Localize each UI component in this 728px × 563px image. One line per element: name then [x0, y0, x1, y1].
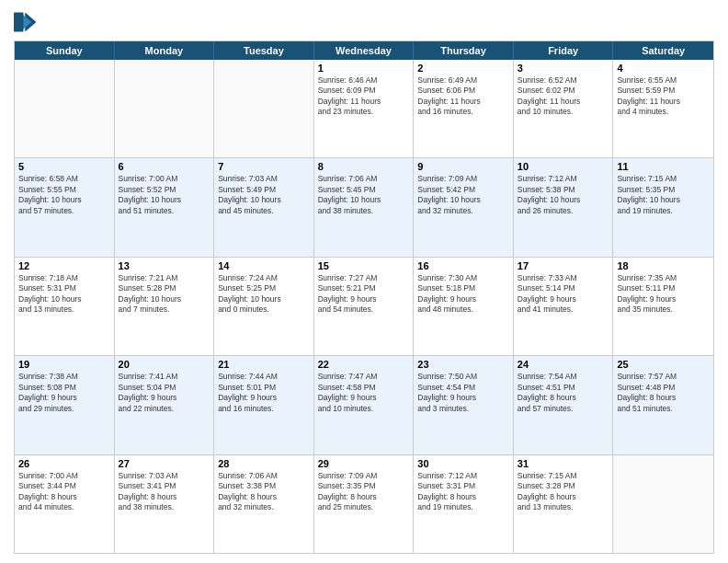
- day-header-sunday: Sunday: [15, 41, 115, 60]
- calendar-row-2: 12Sunrise: 7:18 AM Sunset: 5:31 PM Dayli…: [15, 258, 713, 356]
- day-header-tuesday: Tuesday: [214, 41, 314, 60]
- day-cell-6: 6Sunrise: 7:00 AM Sunset: 5:52 PM Daylig…: [115, 158, 215, 256]
- day-number: 21: [218, 359, 310, 370]
- page: SundayMondayTuesdayWednesdayThursdayFrid…: [0, 0, 728, 563]
- day-number: 22: [318, 359, 410, 370]
- day-cell-23: 23Sunrise: 7:50 AM Sunset: 4:54 PM Dayli…: [414, 356, 514, 454]
- day-number: 6: [119, 161, 210, 172]
- cell-info: Sunrise: 7:27 AM Sunset: 5:21 PM Dayligh…: [318, 273, 410, 316]
- calendar-header: SundayMondayTuesdayWednesdayThursdayFrid…: [15, 41, 713, 60]
- day-cell-empty-0-0: [15, 60, 115, 157]
- day-number: 9: [417, 161, 509, 172]
- cell-info: Sunrise: 7:54 AM Sunset: 4:51 PM Dayligh…: [518, 372, 609, 414]
- day-header-wednesday: Wednesday: [314, 41, 415, 60]
- day-cell-empty-0-1: [115, 60, 215, 157]
- cell-info: Sunrise: 6:49 AM Sunset: 6:06 PM Dayligh…: [417, 75, 509, 118]
- day-number: 10: [518, 161, 609, 172]
- calendar: SundayMondayTuesdayWednesdayThursdayFrid…: [14, 40, 714, 554]
- day-number: 26: [18, 458, 110, 469]
- cell-info: Sunrise: 7:15 AM Sunset: 5:35 PM Dayligh…: [617, 174, 710, 216]
- cell-info: Sunrise: 7:12 AM Sunset: 5:38 PM Dayligh…: [518, 174, 609, 216]
- day-cell-25: 25Sunrise: 7:57 AM Sunset: 4:48 PM Dayli…: [613, 356, 713, 454]
- cell-info: Sunrise: 7:35 AM Sunset: 5:11 PM Dayligh…: [617, 273, 710, 316]
- calendar-row-1: 5Sunrise: 6:58 AM Sunset: 5:55 PM Daylig…: [15, 158, 713, 257]
- cell-info: Sunrise: 7:03 AM Sunset: 5:49 PM Dayligh…: [218, 174, 310, 216]
- day-cell-24: 24Sunrise: 7:54 AM Sunset: 4:51 PM Dayli…: [514, 356, 614, 454]
- day-cell-4: 4Sunrise: 6:55 AM Sunset: 5:59 PM Daylig…: [613, 60, 713, 157]
- day-number: 28: [218, 458, 310, 469]
- cell-info: Sunrise: 7:38 AM Sunset: 5:08 PM Dayligh…: [18, 372, 110, 414]
- cell-info: Sunrise: 6:55 AM Sunset: 5:59 PM Dayligh…: [617, 75, 710, 118]
- cell-info: Sunrise: 7:24 AM Sunset: 5:25 PM Dayligh…: [218, 273, 310, 316]
- cell-info: Sunrise: 7:21 AM Sunset: 5:28 PM Dayligh…: [119, 273, 210, 316]
- day-number: 3: [518, 63, 609, 74]
- day-number: 5: [18, 161, 110, 172]
- day-cell-30: 30Sunrise: 7:12 AM Sunset: 3:31 PM Dayli…: [414, 455, 514, 553]
- calendar-row-0: 1Sunrise: 6:46 AM Sunset: 6:09 PM Daylig…: [15, 60, 713, 158]
- day-cell-31: 31Sunrise: 7:15 AM Sunset: 3:28 PM Dayli…: [514, 455, 614, 553]
- calendar-row-3: 19Sunrise: 7:38 AM Sunset: 5:08 PM Dayli…: [15, 356, 713, 454]
- day-cell-22: 22Sunrise: 7:47 AM Sunset: 4:58 PM Dayli…: [314, 356, 415, 454]
- cell-info: Sunrise: 7:06 AM Sunset: 3:38 PM Dayligh…: [218, 471, 310, 513]
- day-cell-5: 5Sunrise: 6:58 AM Sunset: 5:55 PM Daylig…: [15, 158, 115, 256]
- cell-info: Sunrise: 7:30 AM Sunset: 5:18 PM Dayligh…: [417, 273, 509, 316]
- day-number: 27: [119, 458, 210, 469]
- day-cell-27: 27Sunrise: 7:03 AM Sunset: 3:41 PM Dayli…: [115, 455, 215, 553]
- day-cell-13: 13Sunrise: 7:21 AM Sunset: 5:28 PM Dayli…: [115, 258, 215, 355]
- day-cell-2: 2Sunrise: 6:49 AM Sunset: 6:06 PM Daylig…: [414, 60, 514, 157]
- day-cell-18: 18Sunrise: 7:35 AM Sunset: 5:11 PM Dayli…: [613, 258, 713, 355]
- day-cell-12: 12Sunrise: 7:18 AM Sunset: 5:31 PM Dayli…: [15, 258, 115, 355]
- logo: [14, 9, 43, 35]
- cell-info: Sunrise: 7:06 AM Sunset: 5:45 PM Dayligh…: [318, 174, 410, 216]
- day-cell-26: 26Sunrise: 7:00 AM Sunset: 3:44 PM Dayli…: [15, 455, 115, 553]
- day-cell-28: 28Sunrise: 7:06 AM Sunset: 3:38 PM Dayli…: [214, 455, 314, 553]
- cell-info: Sunrise: 7:09 AM Sunset: 3:35 PM Dayligh…: [318, 471, 410, 513]
- day-cell-17: 17Sunrise: 7:33 AM Sunset: 5:14 PM Dayli…: [514, 258, 614, 355]
- day-cell-3: 3Sunrise: 6:52 AM Sunset: 6:02 PM Daylig…: [514, 60, 614, 157]
- calendar-row-4: 26Sunrise: 7:00 AM Sunset: 3:44 PM Dayli…: [15, 455, 713, 553]
- day-number: 18: [617, 260, 710, 271]
- day-number: 31: [518, 458, 609, 469]
- day-header-friday: Friday: [514, 41, 614, 60]
- cell-info: Sunrise: 7:15 AM Sunset: 3:28 PM Dayligh…: [518, 471, 609, 513]
- day-number: 14: [218, 260, 310, 271]
- day-number: 25: [617, 359, 710, 370]
- cell-info: Sunrise: 7:33 AM Sunset: 5:14 PM Dayligh…: [518, 273, 609, 316]
- day-cell-16: 16Sunrise: 7:30 AM Sunset: 5:18 PM Dayli…: [414, 258, 514, 355]
- day-cell-empty-4-6: [613, 455, 713, 553]
- day-number: 15: [318, 260, 410, 271]
- cell-info: Sunrise: 7:00 AM Sunset: 3:44 PM Dayligh…: [18, 471, 110, 513]
- day-number: 29: [318, 458, 410, 469]
- day-cell-19: 19Sunrise: 7:38 AM Sunset: 5:08 PM Dayli…: [15, 356, 115, 454]
- day-header-monday: Monday: [115, 41, 215, 60]
- day-number: 4: [617, 63, 710, 74]
- calendar-body: 1Sunrise: 6:46 AM Sunset: 6:09 PM Daylig…: [15, 60, 713, 553]
- day-number: 20: [119, 359, 210, 370]
- header: [14, 9, 714, 35]
- day-number: 1: [318, 63, 410, 74]
- cell-info: Sunrise: 6:52 AM Sunset: 6:02 PM Dayligh…: [518, 75, 609, 118]
- day-header-saturday: Saturday: [613, 41, 713, 60]
- day-header-thursday: Thursday: [414, 41, 514, 60]
- cell-info: Sunrise: 7:57 AM Sunset: 4:48 PM Dayligh…: [617, 372, 710, 414]
- day-cell-8: 8Sunrise: 7:06 AM Sunset: 5:45 PM Daylig…: [314, 158, 415, 256]
- day-cell-20: 20Sunrise: 7:41 AM Sunset: 5:04 PM Dayli…: [115, 356, 215, 454]
- day-cell-9: 9Sunrise: 7:09 AM Sunset: 5:42 PM Daylig…: [414, 158, 514, 256]
- day-cell-10: 10Sunrise: 7:12 AM Sunset: 5:38 PM Dayli…: [514, 158, 614, 256]
- day-cell-21: 21Sunrise: 7:44 AM Sunset: 5:01 PM Dayli…: [214, 356, 314, 454]
- cell-info: Sunrise: 6:58 AM Sunset: 5:55 PM Dayligh…: [18, 174, 110, 216]
- cell-info: Sunrise: 7:12 AM Sunset: 3:31 PM Dayligh…: [417, 471, 509, 513]
- day-number: 11: [617, 161, 710, 172]
- cell-info: Sunrise: 6:46 AM Sunset: 6:09 PM Dayligh…: [318, 75, 410, 118]
- cell-info: Sunrise: 7:00 AM Sunset: 5:52 PM Dayligh…: [119, 174, 210, 216]
- cell-info: Sunrise: 7:41 AM Sunset: 5:04 PM Dayligh…: [119, 372, 210, 414]
- day-cell-empty-0-2: [214, 60, 314, 157]
- day-cell-14: 14Sunrise: 7:24 AM Sunset: 5:25 PM Dayli…: [214, 258, 314, 355]
- day-number: 2: [417, 63, 509, 74]
- cell-info: Sunrise: 7:44 AM Sunset: 5:01 PM Dayligh…: [218, 372, 310, 414]
- day-number: 17: [518, 260, 609, 271]
- cell-info: Sunrise: 7:03 AM Sunset: 3:41 PM Dayligh…: [119, 471, 210, 513]
- cell-info: Sunrise: 7:18 AM Sunset: 5:31 PM Dayligh…: [18, 273, 110, 316]
- day-number: 12: [18, 260, 110, 271]
- day-cell-1: 1Sunrise: 6:46 AM Sunset: 6:09 PM Daylig…: [314, 60, 415, 157]
